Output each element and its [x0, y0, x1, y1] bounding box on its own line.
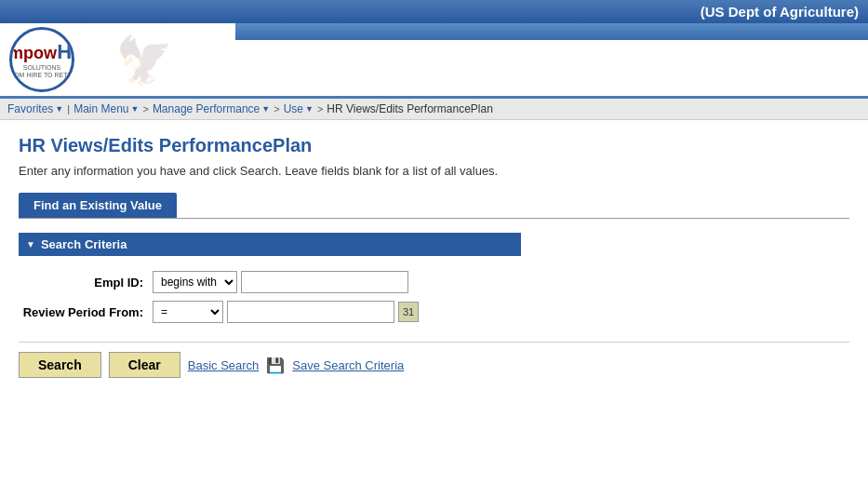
- favorites-dropdown-icon: ▼: [55, 104, 63, 114]
- logo-empow: Empow: [9, 44, 57, 62]
- logo-inner: EmpowHR SOLUTIONSFROM HIRE TO RETIRE: [9, 40, 74, 80]
- button-bar: Search Clear Basic Search 💾 Save Search …: [19, 342, 849, 378]
- use-dropdown-icon: ▼: [305, 104, 314, 114]
- search-button[interactable]: Search: [19, 352, 101, 378]
- tab-find-existing[interactable]: Find an Existing Value: [19, 193, 177, 218]
- navigation-bar: Favorites ▼ | Main Menu ▼ > Manage Perfo…: [0, 99, 868, 120]
- logo-area: EmpowHR SOLUTIONSFROM HIRE TO RETIRE: [0, 27, 84, 92]
- empl-id-label: Empl ID:: [19, 276, 149, 290]
- nav-sep-4: >: [317, 103, 323, 115]
- collapse-icon[interactable]: ▼: [26, 239, 35, 249]
- calendar-icon[interactable]: 31: [398, 302, 419, 322]
- review-period-input[interactable]: [227, 301, 394, 323]
- empl-id-operator-select[interactable]: begins with contains = not =: [153, 271, 237, 293]
- blue-stripe: [235, 23, 868, 40]
- main-menu-dropdown-icon: ▼: [131, 104, 140, 114]
- logo-circle: EmpowHR SOLUTIONSFROM HIRE TO RETIRE: [9, 27, 74, 92]
- save-icon: 💾: [266, 357, 285, 374]
- review-period-operator-select[interactable]: = < <= > >= between: [153, 301, 223, 323]
- page-title: HR Views/Edits PerformancePlan: [19, 135, 849, 156]
- search-criteria-section: ▼ Search Criteria: [19, 233, 521, 256]
- logo-hr: HR: [57, 40, 74, 63]
- basic-search-button[interactable]: Basic Search: [188, 358, 260, 372]
- nav-main-menu[interactable]: Main Menu ▼: [73, 102, 139, 115]
- search-form: Empl ID: begins with contains = not = Re…: [19, 271, 849, 323]
- nav-sep-2: >: [142, 103, 148, 115]
- review-period-controls: = < <= > >= between 31: [153, 301, 849, 323]
- logo-bar: EmpowHR SOLUTIONSFROM HIRE TO RETIRE 🦅: [0, 23, 868, 99]
- review-period-label: Review Period From:: [19, 305, 149, 319]
- clear-button[interactable]: Clear: [109, 352, 180, 378]
- eagle-watermark: 🦅: [74, 23, 214, 98]
- org-name: (US Dept of Agriculture): [701, 4, 859, 20]
- logo-text: EmpowHR: [9, 40, 74, 64]
- save-search-button[interactable]: Save Search Criteria: [292, 358, 404, 372]
- nav-use[interactable]: Use ▼: [284, 102, 314, 115]
- search-criteria-label: Search Criteria: [41, 237, 127, 251]
- empl-id-controls: begins with contains = not =: [153, 271, 849, 293]
- tab-container: Find an Existing Value: [19, 193, 849, 218]
- empl-id-input[interactable]: [241, 271, 408, 293]
- manage-perf-dropdown-icon: ▼: [261, 104, 270, 114]
- nav-sep-3: >: [274, 103, 279, 115]
- logo-subtitle: SOLUTIONSFROM HIRE TO RETIRE: [9, 64, 74, 80]
- nav-manage-performance[interactable]: Manage Performance ▼: [153, 102, 270, 115]
- org-name-bar: (US Dept of Agriculture): [0, 0, 868, 23]
- page-description: Enter any information you have and click…: [19, 164, 849, 178]
- main-content: HR Views/Edits PerformancePlan Enter any…: [0, 120, 868, 393]
- nav-sep-1: |: [67, 103, 70, 115]
- nav-current-page: HR Views/Edits PerformancePlan: [327, 102, 493, 115]
- tab-divider: [19, 218, 849, 219]
- nav-favorites[interactable]: Favorites ▼: [7, 102, 63, 115]
